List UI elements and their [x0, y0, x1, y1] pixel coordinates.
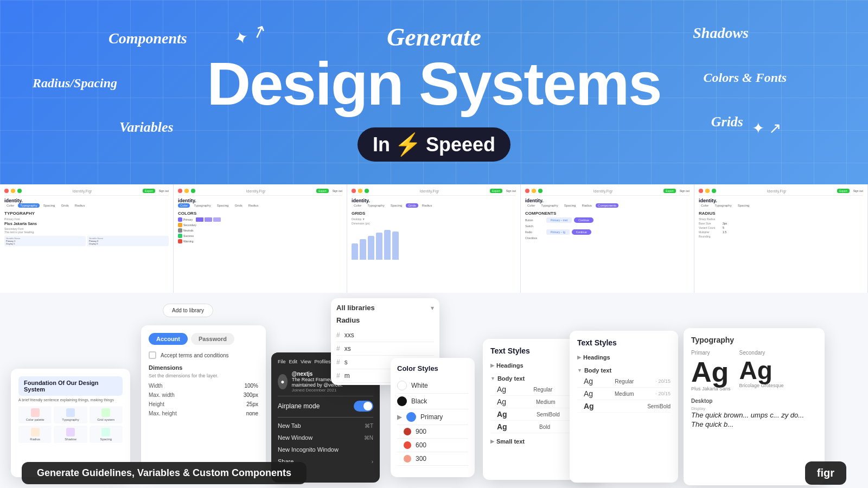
sc-nav-grids-3[interactable]: Grids: [406, 203, 418, 208]
sc-nav-grids-2[interactable]: Grids: [232, 203, 244, 208]
sc-export-4[interactable]: Export: [663, 189, 675, 193]
dimensions-title: Dimensions: [149, 364, 258, 371]
menu-item-newwindow-label: New Window: [278, 434, 312, 441]
menu-item-newwindow[interactable]: New Window ⌘N: [278, 432, 373, 444]
speed-text: Speeed: [426, 133, 495, 156]
sc-nav-spacing-5[interactable]: Spacing: [736, 203, 752, 208]
comp-label-radio: Radio: [525, 230, 544, 234]
sc-val-base: 2px: [723, 222, 727, 225]
sc-body-1: Primary Font Plus Jakarta Sans Secondary…: [4, 217, 169, 246]
sc-nav-spacing-1[interactable]: Spacing: [41, 203, 58, 208]
menu-profiles[interactable]: Profiles: [314, 359, 330, 364]
airplane-mode-row: Airplane mode: [278, 401, 373, 412]
ts-ag-medium: Ag: [497, 397, 506, 406]
radius-label-xs: xs: [344, 345, 351, 352]
cs-circle-white: [397, 381, 407, 390]
tab-account[interactable]: Account: [149, 333, 188, 345]
typography-title: Typography: [691, 336, 817, 344]
sc-nav-1: Color Typography Spacing Grids Radius: [4, 203, 169, 208]
ts-section-body-header-2[interactable]: ▼ Body text: [577, 365, 671, 375]
sc-nav-radius-2[interactable]: Radius: [246, 203, 261, 208]
sc-nav-color-2[interactable]: Color: [178, 203, 190, 208]
sc-nav-radius-1[interactable]: Radius: [73, 203, 87, 208]
tab-password[interactable]: Password: [191, 333, 234, 345]
ts-item-medium-2[interactable]: Ag Medium · 20/15: [577, 388, 671, 400]
cs-item-primary[interactable]: ▶ Primary: [397, 409, 468, 425]
radius-icon: [31, 428, 40, 436]
account-tabs: Account Password: [149, 333, 258, 345]
sc-signin-2[interactable]: Sign out: [333, 189, 342, 192]
hero-content: Generate Design Systems In ⚡ Speeed: [207, 23, 661, 162]
sc-header-4: Identity.Figr Export Sign out: [525, 189, 690, 196]
cs-item-900[interactable]: 900: [397, 425, 468, 439]
cs-item-black[interactable]: Black: [397, 394, 468, 409]
sc-export-1[interactable]: Export: [143, 189, 155, 193]
swatch-success: [178, 234, 182, 238]
bar-5: [384, 230, 391, 260]
menu-view[interactable]: View: [301, 359, 311, 364]
sc-nav-spacing-2[interactable]: Spacing: [215, 203, 231, 208]
sc-nav-color-1[interactable]: Color: [4, 203, 16, 208]
comp-continue-btn-2[interactable]: Continue: [572, 229, 591, 235]
sc-nav-typo-5[interactable]: Typography: [712, 203, 733, 208]
radius-xxs[interactable]: # xxs: [336, 329, 434, 342]
sc-signin-5[interactable]: Sign out: [853, 189, 863, 192]
sc-nav-color-3[interactable]: Color: [352, 203, 363, 208]
sc-signin-1[interactable]: Sign out: [159, 189, 169, 192]
sc-export-2[interactable]: Export: [316, 189, 328, 193]
sc-nav-typo-3[interactable]: Typography: [365, 203, 386, 208]
grid-item-shadow: Shadow: [54, 426, 87, 443]
sc-nav-components-4[interactable]: Components: [596, 203, 618, 208]
sc-nav-radius-4[interactable]: Radius: [579, 203, 594, 208]
sw2: [205, 217, 212, 222]
sc-export-5[interactable]: Export: [837, 189, 849, 193]
ts-ag-semibold-2: Ag: [584, 402, 594, 410]
sc-nav-typo-4[interactable]: Typography: [539, 203, 560, 208]
sc-title-4: Identity.Figr: [545, 189, 661, 193]
cs-item-white[interactable]: White: [397, 378, 468, 394]
sc-signin-4[interactable]: Sign out: [680, 189, 690, 192]
text-styles-2-title: Text Styles: [577, 338, 671, 347]
ts-item-regular-2[interactable]: Ag Regular · 20/15: [577, 375, 671, 388]
ts-item-semibold-2[interactable]: Ag SemiBold: [577, 400, 671, 413]
add-to-library-button[interactable]: Add to library: [163, 304, 213, 317]
radius-label: Radius: [21, 438, 49, 441]
figr-text: figr: [817, 467, 834, 479]
sc-signin-3[interactable]: Sign out: [506, 189, 516, 192]
sc-nav-4: Color Typography Spacing Radius Componen…: [525, 203, 690, 208]
sc-logo-3: identity.: [352, 198, 516, 203]
sc-header-5: Identity.Figr Export Sign out: [699, 189, 863, 196]
sc-nav-color-5[interactable]: Color: [699, 203, 711, 208]
airplane-toggle[interactable]: [354, 401, 373, 412]
sc-nav-typography-1[interactable]: Typography: [18, 203, 39, 208]
hero-generate-text: Generate: [207, 23, 661, 52]
sc-nav-spacing-3[interactable]: Spacing: [388, 203, 405, 208]
dimensions-subtitle: Set the dimensions for the layer.: [149, 373, 258, 378]
sc-nav-5: Color Typography Spacing: [699, 203, 863, 208]
radius-xs[interactable]: # xs: [336, 342, 434, 356]
ts-detail-regular-2: · 20/15: [655, 378, 671, 384]
comp-continue-btn[interactable]: Continue: [574, 217, 593, 223]
in-text: In: [373, 133, 390, 156]
sc-row-sharp: Sharp Radius: [699, 217, 863, 221]
color-row-success: Success: [178, 234, 342, 238]
sc-nav-typo-2[interactable]: Typography: [192, 203, 213, 208]
sc-nav-spacing-4[interactable]: Spacing: [562, 203, 578, 208]
cs-item-600[interactable]: 600: [397, 439, 468, 452]
accept-terms-checkbox[interactable]: [149, 351, 156, 359]
sc-nav-radius-3[interactable]: Radius: [420, 203, 435, 208]
min-dot-2: [184, 189, 189, 193]
menu-edit[interactable]: Edit: [289, 359, 298, 364]
sc-export-3[interactable]: Export: [490, 189, 502, 193]
ts-section-headings-header-2[interactable]: ▶ Headings: [577, 352, 671, 362]
menu-file[interactable]: File: [278, 359, 286, 364]
menu-item-incognito[interactable]: New Incognito Window: [278, 444, 373, 455]
sc-nav-grids-1[interactable]: Grids: [59, 203, 71, 208]
dim-width-row: Width 100%: [149, 383, 258, 389]
color-name-success: Success: [183, 234, 194, 237]
menu-item-newtab[interactable]: New Tab ⌘T: [278, 420, 373, 432]
sc-nav-color-4[interactable]: Color: [525, 203, 537, 208]
sc-label-multi: Multiplier: [699, 230, 720, 234]
hash-icon-xxs: #: [336, 331, 340, 339]
ts-ag-regular-2: Ag: [584, 377, 593, 386]
